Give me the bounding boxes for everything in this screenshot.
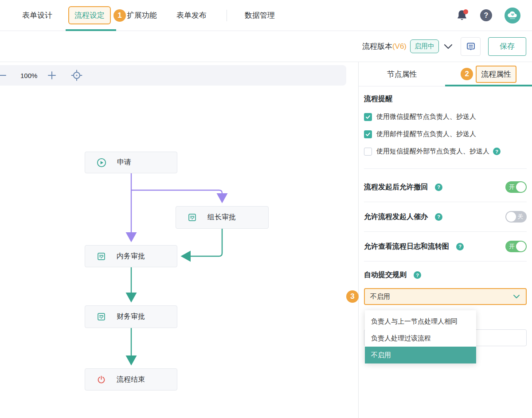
option-same-handler[interactable]: 负责人与上一节点处理人相同 <box>365 313 476 330</box>
tab-label-highlighted: 流程属性 <box>476 66 516 83</box>
section-divider <box>364 168 527 169</box>
status-badge: 启用中 <box>410 39 439 53</box>
tab-node-properties[interactable]: 节点属性 <box>359 62 446 86</box>
canvas-toolbar: 100% <box>0 65 346 86</box>
tab-form-publish[interactable]: 表单发布 <box>176 10 207 20</box>
toggle-knob <box>506 212 516 222</box>
notification-dot <box>463 9 468 14</box>
node-leader-approval[interactable]: 组长审批 <box>176 206 269 229</box>
panel-tabs: 节点属性 2 流程属性 <box>359 62 532 86</box>
node-process-end[interactable]: 流程结束 <box>85 368 177 391</box>
save-button[interactable]: 保存 <box>488 37 526 56</box>
help-icon[interactable]: ? <box>480 9 492 21</box>
reminder-section-title: 流程提醒 <box>364 94 527 104</box>
checkbox-unchecked-icon <box>364 148 372 156</box>
switch-label: 允许查看流程日志和流转图 ? <box>364 242 464 251</box>
header-actions: ? <box>456 8 532 23</box>
checkbox-checked-icon <box>364 113 372 121</box>
step-badge-1: 1 <box>113 9 126 22</box>
checkbox-label: 使用邮件提醒节点负责人、抄送人 <box>376 130 476 138</box>
switch-label-text: 流程发起后允许撤回 <box>364 183 428 192</box>
help-circle-icon[interactable]: ? <box>435 184 442 191</box>
checkbox-email-reminder[interactable]: 使用邮件提醒节点负责人、抄送人 <box>364 125 527 143</box>
node-label: 内务审批 <box>117 252 145 261</box>
auto-submit-title-text: 自动提交规则 <box>364 270 407 280</box>
version-chevron-down-icon[interactable] <box>443 43 453 50</box>
active-panel-tab-underline <box>445 85 532 86</box>
switch-rows: 流程发起后允许撤回 ? 开 允许流程发起人催办 ? 关 <box>364 172 527 262</box>
approval-doc-icon <box>97 312 106 321</box>
top-nav-bar: 表单设计 流程设定 1 扩展功能 表单发布 数据管理 ? <box>0 0 532 31</box>
node-internal-approval[interactable]: 内务审批 <box>85 245 177 267</box>
flow-edges <box>0 62 358 418</box>
comment-button[interactable] <box>461 37 481 56</box>
tab-data-management[interactable]: 数据管理 <box>245 10 275 20</box>
tab-process-setting[interactable]: 流程设定 <box>68 6 111 24</box>
tab-process-setting-wrap: 流程设定 <box>68 0 111 31</box>
version-number: (V6) <box>392 42 407 51</box>
checkbox-sms-reminder[interactable]: 使用短信提醒外部节点负责人、抄送人 ? <box>364 143 527 160</box>
switch-label-text: 允许查看流程日志和流转图 <box>364 242 449 251</box>
option-disabled-selected[interactable]: 不启用 <box>365 347 476 363</box>
zoom-out-button[interactable] <box>0 71 7 80</box>
tab-extensions[interactable]: 扩展功能 <box>127 10 157 20</box>
step-badge-2: 2 <box>461 68 473 80</box>
switch-row-view-logs: 允许查看流程日志和流转图 ? 开 <box>364 232 527 262</box>
comment-icon <box>466 41 476 52</box>
zoom-level: 100% <box>20 72 37 79</box>
node-finance-approval[interactable]: 财务审批 <box>85 305 177 328</box>
approval-doc-icon <box>188 213 197 222</box>
option-handled-before[interactable]: 负责人处理过该流程 <box>365 330 476 347</box>
checkbox-label: 使用微信提醒节点负责人、抄送人 <box>376 113 476 121</box>
tab-process-properties[interactable]: 2 流程属性 <box>446 62 532 86</box>
checkbox-label: 使用短信提醒外部节点负责人、抄送人 <box>376 147 489 156</box>
node-label: 财务审批 <box>117 312 145 321</box>
auto-submit-options-menu: 负责人与上一节点处理人相同 负责人处理过该流程 不启用 <box>365 310 476 363</box>
zoom-in-button[interactable] <box>47 70 57 80</box>
auto-submit-title: 自动提交规则 ? <box>364 270 527 280</box>
toggle-knob <box>516 242 526 251</box>
toggle-view-logs[interactable]: 开 <box>505 241 527 252</box>
checkbox-wechat-reminder[interactable]: 使用微信提醒节点负责人、抄送人 <box>364 108 527 125</box>
chevron-down-icon <box>512 294 520 299</box>
selected-value: 不启用 <box>370 293 512 301</box>
reminder-options: 使用微信提醒节点负责人、抄送人 使用邮件提醒节点负责人、抄送人 使用短信提醒外部… <box>364 108 527 160</box>
toggle-state-label: 开 <box>509 241 515 252</box>
node-label: 申请 <box>117 158 131 167</box>
main-area: 100% <box>0 62 532 418</box>
node-label: 流程结束 <box>117 375 145 384</box>
cloud-logo-icon <box>506 9 519 22</box>
help-circle-icon[interactable]: ? <box>414 271 421 279</box>
checkbox-checked-icon <box>364 130 372 138</box>
node-label: 组长审批 <box>207 213 236 222</box>
auto-submit-select[interactable]: 不启用 <box>364 288 527 305</box>
node-apply[interactable]: 申请 <box>85 152 177 173</box>
switch-label: 允许流程发起人催办 ? <box>364 212 442 222</box>
active-tab-underline <box>66 29 116 31</box>
help-circle-icon[interactable]: ? <box>456 243 464 250</box>
toggle-knob <box>516 182 526 192</box>
help-circle-icon[interactable]: ? <box>435 213 442 221</box>
nav-divider <box>227 10 227 21</box>
switch-label-text: 允许流程发起人催办 <box>364 212 428 222</box>
step-badge-3: 3 <box>346 290 359 303</box>
switch-row-allow-withdraw: 流程发起后允许撤回 ? 开 <box>364 172 527 202</box>
avatar[interactable] <box>505 8 520 23</box>
tab-form-design[interactable]: 表单设计 <box>22 10 52 20</box>
locate-icon[interactable] <box>71 70 82 81</box>
switch-row-allow-urge: 允许流程发起人催办 ? 关 <box>364 202 527 232</box>
approval-doc-icon <box>97 252 106 261</box>
properties-panel: 节点属性 2 流程属性 流程提醒 使用微信提醒节点负责人、抄送人 <box>358 62 532 418</box>
toggle-state-label: 开 <box>509 181 515 193</box>
auto-submit-dropdown-wrap: 3 不启用 <box>364 288 527 305</box>
help-circle-icon[interactable]: ? <box>493 148 501 155</box>
toggle-allow-withdraw[interactable]: 开 <box>505 181 527 193</box>
tab-label: 节点属性 <box>387 69 417 79</box>
version-label: 流程版本 <box>362 41 392 51</box>
flow-canvas[interactable]: 100% <box>0 62 358 418</box>
version-toolbar: 流程版本 (V6) 启用中 保存 <box>0 31 532 62</box>
play-circle-icon <box>97 158 106 168</box>
toggle-allow-urge[interactable]: 关 <box>505 211 527 223</box>
switch-label: 流程发起后允许撤回 ? <box>364 183 442 192</box>
notification-bell-icon[interactable] <box>456 9 468 22</box>
